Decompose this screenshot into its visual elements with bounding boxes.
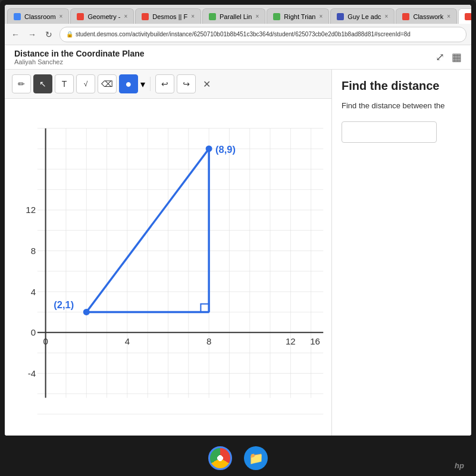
tab-desmos-icon: [142, 13, 149, 20]
main-content: ✏ ↖ T √ ⌫ ● ▾ ↩ ↩ ✕: [5, 70, 471, 436]
tab-classwork[interactable]: Classwork ×: [396, 8, 457, 24]
redo-button[interactable]: ↩: [177, 74, 196, 93]
tab-right-tri-close[interactable]: ×: [319, 13, 322, 20]
right-panel: Find the distance Find the distance betw…: [332, 70, 471, 436]
tab-right-tri-label: Right Trian: [284, 13, 315, 20]
tab-geometry-label: Geometry -: [87, 13, 120, 20]
page-title-block: Distance in the Coordinate Plane Aaliyah…: [14, 49, 145, 65]
tab-classroom[interactable]: Classroom ×: [7, 8, 69, 24]
tab-parallel-label: Parallel Lin: [220, 13, 252, 20]
screen: Classroom × Geometry - × Desmos || F × P…: [5, 5, 471, 436]
tab-geometry[interactable]: Geometry - ×: [70, 8, 134, 24]
arrow-tool[interactable]: ↖: [33, 74, 52, 93]
color-tool[interactable]: ●: [119, 74, 138, 93]
tab-bar: Classroom × Geometry - × Desmos || F × P…: [5, 5, 471, 24]
tab-right-tri-icon: [273, 13, 280, 20]
answer-input[interactable]: [342, 121, 437, 143]
tab-classwork-label: Classwork: [413, 13, 443, 20]
svg-text:0: 0: [31, 327, 36, 337]
sqrt-tool[interactable]: √: [76, 74, 95, 93]
page-title: Distance in the Coordinate Plane: [14, 49, 145, 58]
undo-button[interactable]: ↩: [155, 74, 174, 93]
tab-geometry-close[interactable]: ×: [124, 13, 127, 20]
tab-guy-label: Guy Le adc: [347, 13, 381, 20]
tab-classroom-icon: [14, 13, 21, 20]
svg-text:4: 4: [125, 336, 130, 346]
drawing-toolbar: ✏ ↖ T √ ⌫ ● ▾ ↩ ↩ ✕: [5, 70, 331, 99]
svg-text:12: 12: [26, 205, 36, 215]
svg-text:8: 8: [206, 336, 211, 346]
toolbar-separator: [150, 77, 151, 91]
svg-text:8: 8: [31, 246, 36, 256]
tab-desmos[interactable]: Desmos || F ×: [135, 8, 201, 24]
taskbar: 📁 hp: [0, 440, 476, 476]
forward-button[interactable]: →: [26, 29, 38, 40]
svg-point-48: [206, 145, 212, 152]
graph-container: 0 4 8 12 16 0 4 8 12 -4: [5, 99, 331, 436]
eraser-tool[interactable]: ⌫: [98, 74, 117, 93]
tab-dista-icon: [465, 13, 471, 20]
left-panel: ✏ ↖ T √ ⌫ ● ▾ ↩ ↩ ✕: [5, 70, 332, 436]
tab-guy-icon: [337, 13, 344, 20]
svg-text:16: 16: [310, 336, 320, 346]
fullscreen-button[interactable]: ⤢: [436, 51, 444, 64]
svg-text:-4: -4: [28, 368, 36, 378]
svg-text:12: 12: [286, 336, 296, 346]
reload-button[interactable]: ↻: [43, 29, 55, 40]
text-tool[interactable]: T: [55, 74, 74, 93]
tab-geometry-icon: [77, 13, 84, 20]
address-box[interactable]: 🔒 student.desmos.com/activitybuilder/ins…: [60, 27, 466, 42]
lock-icon: 🔒: [66, 31, 73, 37]
files-taskbar-icon[interactable]: 📁: [244, 446, 268, 470]
address-bar-row: ← → ↻ 🔒 student.desmos.com/activitybuild…: [5, 24, 471, 45]
tab-parallel-icon: [209, 13, 216, 20]
tab-parallel[interactable]: Parallel Lin ×: [202, 8, 265, 24]
laptop-bezel: Classroom × Geometry - × Desmos || F × P…: [0, 0, 476, 440]
tab-desmos-close[interactable]: ×: [191, 13, 195, 20]
address-text: student.desmos.com/activitybuilder/insta…: [76, 31, 411, 37]
tab-guy-close[interactable]: ×: [385, 13, 389, 20]
back-button[interactable]: ←: [10, 29, 21, 40]
calculator-button[interactable]: ▦: [452, 51, 462, 64]
page-header: Distance in the Coordinate Plane Aaliyah…: [5, 45, 471, 70]
svg-text:(2,1): (2,1): [54, 299, 74, 310]
tab-classroom-close[interactable]: ×: [60, 13, 63, 20]
tab-classwork-close[interactable]: ×: [447, 13, 450, 20]
svg-text:(8,9): (8,9): [215, 144, 236, 155]
svg-text:4: 4: [31, 287, 36, 297]
coordinate-graph: 0 4 8 12 16 0 4 8 12 -4: [5, 99, 331, 436]
problem-text: Find the distance between the: [342, 100, 462, 112]
svg-text:0: 0: [43, 336, 48, 346]
close-tool-button[interactable]: ✕: [198, 76, 215, 92]
tab-right-tri[interactable]: Right Trian ×: [267, 8, 329, 24]
tab-classwork-icon: [402, 13, 409, 20]
tab-desmos-label: Desmos || F: [152, 13, 187, 20]
tab-guy[interactable]: Guy Le adc ×: [330, 8, 394, 24]
tab-classroom-label: Classroom: [24, 13, 56, 20]
tab-dista[interactable]: Dista ×: [458, 8, 471, 24]
hp-logo: hp: [455, 461, 464, 470]
pencil-tool[interactable]: ✏: [12, 74, 31, 93]
header-icons: ⤢ ▦: [436, 51, 462, 64]
page-subtitle: Aaliyah Sanchez: [14, 58, 145, 65]
problem-title: Find the distance: [342, 79, 462, 93]
svg-point-46: [83, 309, 90, 315]
dropdown-arrow: ▾: [140, 79, 145, 90]
chrome-taskbar-icon[interactable]: [208, 446, 232, 470]
tab-parallel-close[interactable]: ×: [255, 13, 259, 20]
